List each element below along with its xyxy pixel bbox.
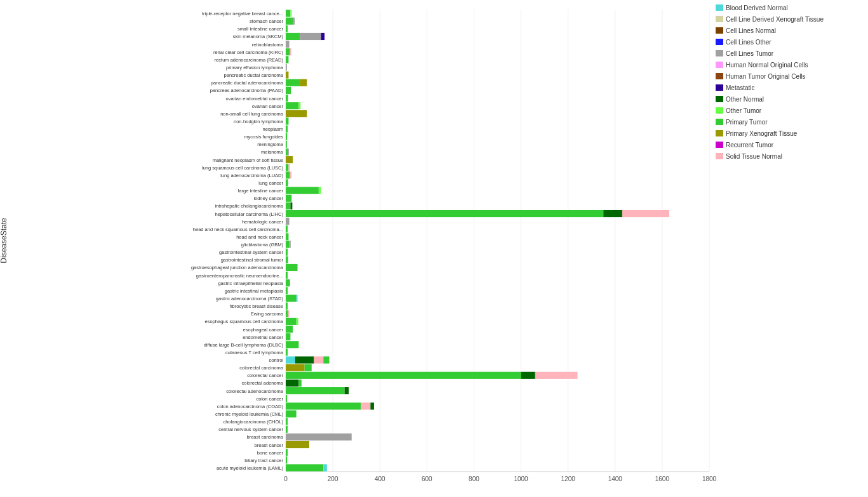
svg-rect-139 — [286, 372, 521, 379]
svg-rect-51 — [286, 95, 288, 102]
svg-rect-32 — [300, 33, 321, 40]
svg-text:kidney cancer: kidney cancer — [254, 195, 284, 201]
svg-text:mycosis fungoides: mycosis fungoides — [244, 134, 283, 140]
svg-rect-33 — [321, 33, 325, 40]
svg-rect-110 — [286, 287, 288, 294]
svg-text:acute myeloid leukemia (LAML): acute myeloid leukemia (LAML) — [217, 465, 284, 471]
svg-text:ovarian cancer: ovarian cancer — [252, 103, 284, 109]
svg-text:gastric intestinal metaplasia: gastric intestinal metaplasia — [225, 288, 284, 294]
svg-text:lung cancer: lung cancer — [258, 180, 283, 186]
svg-text:pancreatic ductal carcinoma: pancreatic ductal carcinoma — [224, 72, 284, 78]
svg-text:gastrointestinal stromal tumor: gastrointestinal stromal tumor — [221, 257, 284, 263]
svg-rect-112 — [286, 295, 297, 302]
svg-text:breast carcinoma: breast carcinoma — [246, 434, 283, 440]
svg-rect-134 — [323, 357, 329, 364]
svg-text:1600: 1600 — [655, 475, 670, 482]
svg-text:large intestine cancer: large intestine cancer — [238, 188, 284, 194]
svg-text:colorectal adenocarcinoma: colorectal adenocarcinoma — [226, 388, 283, 394]
svg-rect-129 — [286, 348, 288, 355]
svg-rect-69 — [286, 156, 293, 163]
svg-rect-152 — [361, 402, 371, 409]
svg-text:colorectal carcinoma: colorectal carcinoma — [239, 365, 284, 371]
svg-text:fibrocystic breast disease: fibrocystic breast disease — [230, 303, 283, 309]
svg-text:1200: 1200 — [561, 475, 576, 482]
svg-rect-31 — [286, 33, 300, 40]
svg-rect-46 — [286, 79, 300, 86]
svg-rect-24 — [290, 10, 291, 17]
svg-text:melanoma: melanoma — [261, 149, 284, 155]
svg-rect-113 — [297, 295, 298, 302]
svg-rect-23 — [286, 10, 290, 17]
svg-text:meningioma: meningioma — [257, 142, 284, 147]
svg-rect-193 — [716, 130, 723, 136]
svg-rect-37 — [286, 48, 290, 55]
svg-text:glioblastoma (GBM): glioblastoma (GBM) — [241, 242, 284, 248]
svg-rect-44 — [286, 72, 288, 79]
svg-text:lung squamous cell carcinoma (: lung squamous cell carcinoma (LUSC) — [202, 165, 283, 171]
svg-rect-132 — [295, 357, 314, 364]
chart-container: 020040060080010001200140016001800Disease… — [0, 0, 868, 497]
svg-text:neoplasm: neoplasm — [262, 126, 283, 132]
svg-rect-53 — [286, 102, 298, 109]
svg-rect-87 — [286, 210, 603, 217]
svg-rect-137 — [305, 364, 312, 371]
svg-text:Human Tumor Original Cells: Human Tumor Original Cells — [726, 73, 806, 80]
svg-text:Primary Tumor: Primary Tumor — [726, 119, 768, 126]
svg-rect-175 — [716, 27, 723, 34]
svg-text:head and neck squamous cell ca: head and neck squamous cell carcinoma... — [193, 227, 283, 232]
svg-text:stomach cancer: stomach cancer — [250, 18, 283, 24]
svg-rect-80 — [319, 187, 321, 194]
svg-rect-27 — [293, 18, 295, 25]
svg-rect-151 — [286, 402, 361, 409]
svg-text:small intestine cancer: small intestine cancer — [237, 26, 284, 32]
svg-text:colorectal cancer: colorectal cancer — [247, 373, 283, 378]
svg-rect-54 — [298, 102, 300, 109]
svg-text:Cell Line Derived Xenograft Ti: Cell Line Derived Xenograft Tissue — [726, 16, 824, 23]
svg-text:colon cancer: colon cancer — [256, 396, 283, 402]
svg-text:1400: 1400 — [608, 475, 623, 482]
svg-text:Recurrent Tumor: Recurrent Tumor — [726, 142, 774, 149]
svg-text:Cell Lines Tumor: Cell Lines Tumor — [726, 50, 774, 57]
svg-text:colon adenocarcinoma (COAD): colon adenocarcinoma (COAD) — [217, 404, 284, 409]
svg-text:hepatocellular carcinoma (LIHC: hepatocellular carcinoma (LIHC) — [215, 211, 283, 217]
svg-rect-146 — [286, 387, 345, 394]
svg-rect-153 — [370, 402, 374, 409]
svg-text:control: control — [269, 357, 283, 363]
svg-text:gastric intraepithelial neopla: gastric intraepithelial neoplasia — [218, 281, 283, 286]
svg-rect-49 — [286, 87, 291, 94]
svg-rect-38 — [290, 48, 291, 55]
svg-rect-75 — [290, 171, 291, 178]
svg-rect-74 — [286, 171, 290, 178]
svg-rect-155 — [286, 410, 297, 417]
svg-rect-98 — [290, 241, 291, 248]
svg-rect-64 — [286, 141, 287, 148]
svg-rect-29 — [286, 25, 288, 32]
svg-text:Human Normal Original Cells: Human Normal Original Cells — [726, 62, 808, 69]
svg-rect-88 — [603, 210, 622, 217]
svg-text:Metastatic: Metastatic — [726, 84, 755, 91]
svg-text:skin melanoma (SKCM): skin melanoma (SKCM) — [233, 34, 284, 39]
svg-rect-191 — [716, 119, 723, 125]
svg-text:Cell Lines Normal: Cell Lines Normal — [726, 27, 776, 34]
svg-text:600: 600 — [422, 475, 432, 482]
svg-rect-171 — [716, 4, 723, 11]
svg-rect-26 — [286, 18, 293, 25]
svg-text:Solid Tissue Normal: Solid Tissue Normal — [726, 153, 782, 160]
svg-rect-71 — [286, 164, 288, 171]
svg-rect-179 — [716, 50, 723, 56]
svg-rect-195 — [716, 142, 723, 148]
svg-rect-82 — [286, 195, 291, 202]
svg-rect-165 — [286, 449, 288, 456]
svg-text:1800: 1800 — [702, 475, 717, 482]
svg-text:gastrointestinal system cancer: gastrointestinal system cancer — [219, 249, 283, 255]
svg-rect-91 — [286, 218, 290, 225]
svg-rect-56 — [286, 110, 307, 117]
svg-rect-66 — [286, 149, 288, 156]
svg-rect-62 — [286, 133, 287, 140]
svg-rect-67 — [288, 149, 289, 156]
svg-text:malignant neoplasm of soft tis: malignant neoplasm of soft tissue — [213, 157, 283, 163]
svg-text:renal clear cell carcinoma (KI: renal clear cell carcinoma (KIRC) — [213, 50, 284, 55]
svg-text:breast cancer: breast cancer — [255, 442, 284, 448]
svg-rect-197 — [716, 153, 723, 159]
svg-text:Primary Xenograft Tissue: Primary Xenograft Tissue — [726, 130, 798, 137]
